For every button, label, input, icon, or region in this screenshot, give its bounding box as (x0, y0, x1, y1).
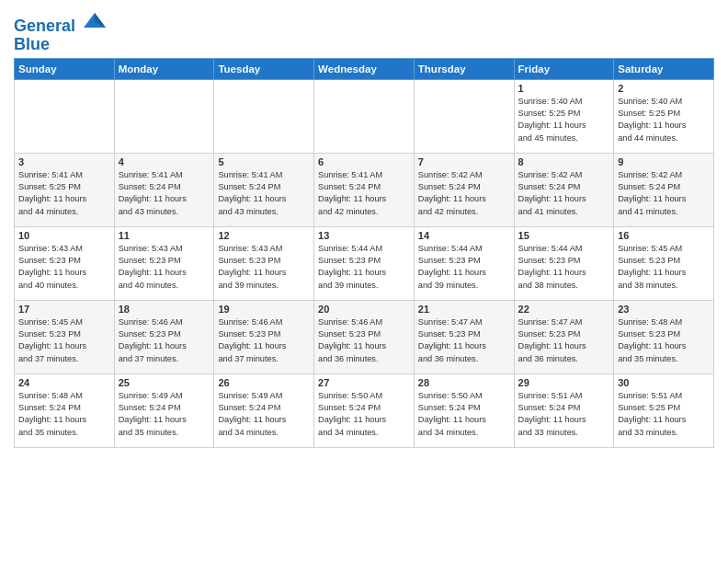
day-number: 12 (218, 230, 310, 241)
week-row-1: 1Sunrise: 5:40 AMSunset: 5:25 PMDaylight… (15, 79, 714, 153)
day-number: 24 (18, 377, 110, 388)
week-row-4: 17Sunrise: 5:45 AMSunset: 5:23 PMDayligh… (15, 300, 714, 373)
day-cell: 30Sunrise: 5:51 AMSunset: 5:25 PMDayligh… (614, 373, 714, 447)
day-number: 11 (119, 230, 210, 241)
day-cell: 9Sunrise: 5:42 AMSunset: 5:24 PMDaylight… (614, 153, 714, 226)
day-number: 8 (518, 156, 610, 167)
day-number: 2 (618, 83, 710, 94)
weekday-header-row: SundayMondayTuesdayWednesdayThursdayFrid… (15, 58, 714, 79)
day-cell: 14Sunrise: 5:44 AMSunset: 5:23 PMDayligh… (414, 226, 514, 300)
day-info: Sunrise: 5:45 AMSunset: 5:23 PMDaylight:… (18, 316, 110, 365)
day-info: Sunrise: 5:51 AMSunset: 5:25 PMDaylight:… (618, 390, 710, 439)
day-number: 27 (318, 377, 410, 388)
day-number: 18 (119, 304, 210, 315)
day-number: 3 (18, 156, 110, 167)
day-info: Sunrise: 5:49 AMSunset: 5:24 PMDaylight:… (119, 390, 210, 439)
day-info: Sunrise: 5:48 AMSunset: 5:24 PMDaylight:… (18, 390, 110, 439)
day-info: Sunrise: 5:51 AMSunset: 5:24 PMDaylight:… (518, 390, 610, 439)
day-info: Sunrise: 5:43 AMSunset: 5:23 PMDaylight:… (18, 243, 110, 292)
day-cell (214, 79, 314, 153)
day-cell (15, 79, 115, 153)
week-row-5: 24Sunrise: 5:48 AMSunset: 5:24 PMDayligh… (15, 373, 714, 447)
day-info: Sunrise: 5:41 AMSunset: 5:24 PMDaylight:… (318, 169, 410, 218)
day-info: Sunrise: 5:44 AMSunset: 5:23 PMDaylight:… (418, 243, 510, 292)
day-info: Sunrise: 5:41 AMSunset: 5:24 PMDaylight:… (119, 169, 210, 218)
week-row-3: 10Sunrise: 5:43 AMSunset: 5:23 PMDayligh… (15, 226, 714, 300)
main-container: General Blue SundayMondayTuesdayWednesda… (0, 0, 728, 455)
day-cell: 12Sunrise: 5:43 AMSunset: 5:23 PMDayligh… (214, 226, 314, 300)
day-cell: 6Sunrise: 5:41 AMSunset: 5:24 PMDaylight… (314, 153, 415, 226)
day-info: Sunrise: 5:40 AMSunset: 5:25 PMDaylight:… (618, 96, 710, 144)
day-number: 23 (618, 304, 710, 315)
day-info: Sunrise: 5:43 AMSunset: 5:23 PMDaylight:… (119, 243, 210, 292)
day-info: Sunrise: 5:42 AMSunset: 5:24 PMDaylight:… (618, 169, 710, 218)
day-cell: 3Sunrise: 5:41 AMSunset: 5:25 PMDaylight… (15, 153, 115, 226)
day-cell: 13Sunrise: 5:44 AMSunset: 5:23 PMDayligh… (314, 226, 415, 300)
day-number: 21 (418, 304, 510, 315)
day-info: Sunrise: 5:46 AMSunset: 5:23 PMDaylight:… (318, 316, 410, 365)
week-row-2: 3Sunrise: 5:41 AMSunset: 5:25 PMDaylight… (15, 153, 714, 226)
weekday-header-friday: Friday (514, 58, 614, 79)
logo-icon (82, 11, 108, 31)
day-info: Sunrise: 5:40 AMSunset: 5:25 PMDaylight:… (518, 96, 610, 144)
day-number: 1 (518, 83, 610, 94)
day-cell: 8Sunrise: 5:42 AMSunset: 5:24 PMDaylight… (514, 153, 614, 226)
weekday-header-saturday: Saturday (614, 58, 714, 79)
day-info: Sunrise: 5:44 AMSunset: 5:23 PMDaylight:… (318, 243, 410, 292)
day-number: 5 (218, 156, 310, 167)
day-cell: 26Sunrise: 5:49 AMSunset: 5:24 PMDayligh… (214, 373, 314, 447)
day-info: Sunrise: 5:42 AMSunset: 5:24 PMDaylight:… (418, 169, 510, 218)
calendar-table: SundayMondayTuesdayWednesdayThursdayFrid… (14, 58, 714, 448)
day-number: 28 (418, 377, 510, 388)
day-info: Sunrise: 5:44 AMSunset: 5:23 PMDaylight:… (518, 243, 610, 292)
day-number: 14 (418, 230, 510, 241)
day-info: Sunrise: 5:47 AMSunset: 5:23 PMDaylight:… (518, 316, 610, 365)
day-number: 20 (318, 304, 410, 315)
day-cell: 11Sunrise: 5:43 AMSunset: 5:23 PMDayligh… (114, 226, 214, 300)
day-info: Sunrise: 5:43 AMSunset: 5:23 PMDaylight:… (218, 243, 310, 292)
day-info: Sunrise: 5:41 AMSunset: 5:24 PMDaylight:… (218, 169, 310, 218)
logo-text: General (14, 13, 108, 36)
day-number: 4 (119, 156, 210, 167)
day-info: Sunrise: 5:45 AMSunset: 5:23 PMDaylight:… (618, 243, 710, 292)
day-number: 22 (518, 304, 610, 315)
day-number: 15 (518, 230, 610, 241)
day-cell: 28Sunrise: 5:50 AMSunset: 5:24 PMDayligh… (414, 373, 514, 447)
day-number: 10 (18, 230, 110, 241)
logo: General Blue (14, 13, 108, 54)
day-cell (114, 79, 214, 153)
day-cell: 2Sunrise: 5:40 AMSunset: 5:25 PMDaylight… (614, 79, 714, 153)
day-number: 7 (418, 156, 510, 167)
day-cell: 7Sunrise: 5:42 AMSunset: 5:24 PMDaylight… (414, 153, 514, 226)
day-cell: 18Sunrise: 5:46 AMSunset: 5:23 PMDayligh… (114, 300, 214, 373)
day-number: 26 (218, 377, 310, 388)
day-info: Sunrise: 5:42 AMSunset: 5:24 PMDaylight:… (518, 169, 610, 218)
day-cell: 24Sunrise: 5:48 AMSunset: 5:24 PMDayligh… (15, 373, 115, 447)
day-number: 9 (618, 156, 710, 167)
day-cell (414, 79, 514, 153)
day-number: 13 (318, 230, 410, 241)
day-info: Sunrise: 5:48 AMSunset: 5:23 PMDaylight:… (618, 316, 710, 365)
day-cell: 10Sunrise: 5:43 AMSunset: 5:23 PMDayligh… (15, 226, 115, 300)
day-cell: 22Sunrise: 5:47 AMSunset: 5:23 PMDayligh… (514, 300, 614, 373)
day-cell: 15Sunrise: 5:44 AMSunset: 5:23 PMDayligh… (514, 226, 614, 300)
day-info: Sunrise: 5:46 AMSunset: 5:23 PMDaylight:… (119, 316, 210, 365)
day-number: 29 (518, 377, 610, 388)
day-number: 19 (218, 304, 310, 315)
day-cell: 1Sunrise: 5:40 AMSunset: 5:25 PMDaylight… (514, 79, 614, 153)
day-cell (314, 79, 415, 153)
day-cell: 17Sunrise: 5:45 AMSunset: 5:23 PMDayligh… (15, 300, 115, 373)
day-number: 30 (618, 377, 710, 388)
day-info: Sunrise: 5:47 AMSunset: 5:23 PMDaylight:… (418, 316, 510, 365)
day-info: Sunrise: 5:50 AMSunset: 5:24 PMDaylight:… (318, 390, 410, 439)
day-info: Sunrise: 5:41 AMSunset: 5:25 PMDaylight:… (18, 169, 110, 218)
day-cell: 25Sunrise: 5:49 AMSunset: 5:24 PMDayligh… (114, 373, 214, 447)
day-info: Sunrise: 5:46 AMSunset: 5:23 PMDaylight:… (218, 316, 310, 365)
weekday-header-thursday: Thursday (414, 58, 514, 79)
day-cell: 21Sunrise: 5:47 AMSunset: 5:23 PMDayligh… (414, 300, 514, 373)
day-cell: 19Sunrise: 5:46 AMSunset: 5:23 PMDayligh… (214, 300, 314, 373)
day-number: 17 (18, 304, 110, 315)
day-number: 6 (318, 156, 410, 167)
weekday-header-sunday: Sunday (15, 58, 115, 79)
weekday-header-monday: Monday (114, 58, 214, 79)
